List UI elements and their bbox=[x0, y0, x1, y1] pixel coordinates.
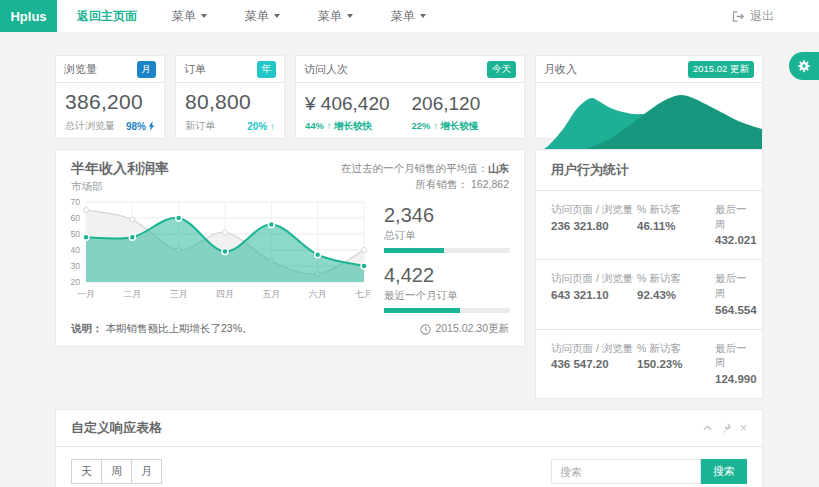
collapse-button[interactable] bbox=[703, 425, 712, 431]
card-value: 386,200 bbox=[65, 90, 155, 114]
arrow-up-icon: ↑ bbox=[433, 120, 438, 131]
clock-icon bbox=[420, 324, 431, 335]
nav-menu-2[interactable]: 菜单 bbox=[226, 0, 299, 32]
tab-week[interactable]: 周 bbox=[101, 459, 132, 484]
svg-text:50: 50 bbox=[71, 229, 81, 239]
behavior-row: 访问页面 / 浏览量436 547.20 % 新访客150.23% 最后一周12… bbox=[536, 330, 762, 398]
behavior-row: 访问页面 / 浏览量643 321.10 % 新访客92.43% 最后一周564… bbox=[536, 260, 762, 329]
gear-icon bbox=[797, 59, 811, 73]
progress-bar bbox=[384, 308, 510, 313]
arrow-up-icon: ↑ bbox=[270, 121, 275, 132]
brand-logo[interactable]: Hplus bbox=[0, 0, 57, 32]
card-title: 订单 bbox=[184, 62, 206, 77]
revenue-chart: 203040506070一月二月三月四月五月六月七月 bbox=[62, 196, 370, 308]
stat-card-monthly-income: 月收入 2015.02 更新 bbox=[535, 55, 763, 139]
behavior-panel: 用户行为统计 访问页面 / 浏览量236 321.80 % 新访客46.11% … bbox=[535, 149, 763, 399]
svg-text:二月: 二月 bbox=[123, 289, 141, 299]
card-footer-label: 新订单 bbox=[185, 119, 215, 133]
period-badge: 今天 bbox=[487, 61, 516, 78]
stat-card-orders: 订单 年 80,800 新订单 20% ↑ bbox=[175, 55, 285, 139]
stat-cards-row: 浏览量 月 386,200 总计浏览量 98% 订单 bbox=[55, 55, 763, 139]
progress-bar bbox=[384, 248, 510, 253]
recent-orders-value: 4,422 bbox=[384, 264, 510, 287]
total-orders-label: 总订单 bbox=[384, 229, 510, 243]
nav-menu-4[interactable]: 菜单 bbox=[372, 0, 445, 32]
chart-updated: 2015.02.30更新 bbox=[420, 322, 509, 336]
caret-down-icon bbox=[274, 14, 280, 18]
svg-text:60: 60 bbox=[71, 213, 81, 223]
sign-out-icon bbox=[732, 11, 750, 22]
period-tabs: 天 周 月 bbox=[71, 459, 162, 484]
order-stats: 2,346 总订单 4,422 最近一个月订单 bbox=[370, 196, 512, 313]
arrow-up-icon: ↑ bbox=[327, 120, 332, 131]
caret-down-icon bbox=[201, 14, 207, 18]
wrench-icon[interactable] bbox=[721, 423, 731, 433]
card-title: 月收入 bbox=[544, 62, 577, 77]
top-navbar: Hplus 返回主页面 菜单 菜单 菜单 菜单 退出 bbox=[0, 0, 819, 32]
card-value: 206,120 bbox=[412, 93, 481, 115]
chart-note: 说明：本期销售额比上期增长了23%。 bbox=[71, 322, 253, 336]
tab-day[interactable]: 天 bbox=[71, 459, 102, 484]
svg-text:四月: 四月 bbox=[216, 289, 234, 299]
settings-button[interactable] bbox=[789, 52, 819, 80]
visits-amount-block: ¥ 406,420 44% ↑ 增长较快 bbox=[305, 93, 390, 133]
search-input[interactable] bbox=[551, 459, 701, 484]
panel-subtitle: 市场部 bbox=[71, 180, 169, 194]
stat-card-views: 浏览量 月 386,200 总计浏览量 98% bbox=[55, 55, 165, 139]
panel-title: 用户行为统计 bbox=[536, 150, 762, 191]
card-value: 80,800 bbox=[185, 90, 275, 114]
period-badge: 月 bbox=[137, 61, 157, 78]
svg-text:七月: 七月 bbox=[354, 289, 370, 299]
close-button[interactable]: × bbox=[740, 422, 747, 434]
card-footer-label: 总计浏览量 bbox=[65, 119, 115, 133]
caret-down-icon bbox=[347, 14, 353, 18]
svg-text:五月: 五月 bbox=[262, 289, 280, 299]
revenue-panel: 半年收入利润率 市场部 在过去的一个月销售的平均值：山东 所有销售： 162,8… bbox=[55, 149, 525, 347]
total-orders-value: 2,346 bbox=[384, 204, 510, 227]
nav-menu-1[interactable]: 菜单 bbox=[153, 0, 226, 32]
panel-title: 半年收入利润率 bbox=[71, 160, 169, 178]
stat-card-visits: 访问人次 今天 ¥ 406,420 44% ↑ 增长较快 206,120 bbox=[295, 55, 525, 139]
caret-down-icon bbox=[420, 14, 426, 18]
svg-text:20: 20 bbox=[71, 277, 81, 287]
logout-button[interactable]: 退出 bbox=[732, 0, 819, 32]
trend-value: 98% bbox=[126, 121, 146, 132]
svg-text:30: 30 bbox=[71, 261, 81, 271]
sales-summary: 在过去的一个月销售的平均值：山东 所有销售： 162,862 bbox=[341, 160, 509, 194]
panel-title: 自定义响应表格 bbox=[71, 419, 162, 437]
trend-value: 20% bbox=[247, 121, 267, 132]
card-title: 浏览量 bbox=[64, 62, 97, 77]
behavior-row: 访问页面 / 浏览量236 321.80 % 新访客46.11% 最后一周432… bbox=[536, 191, 762, 260]
period-badge: 年 bbox=[257, 61, 277, 78]
card-title: 访问人次 bbox=[304, 62, 348, 77]
svg-text:六月: 六月 bbox=[309, 289, 327, 299]
svg-text:70: 70 bbox=[71, 197, 81, 207]
card-value: ¥ 406,420 bbox=[305, 93, 390, 115]
responsive-table-panel: 自定义响应表格 × 天 周 月 搜索 bbox=[55, 409, 763, 487]
svg-text:一月: 一月 bbox=[77, 289, 95, 299]
update-badge: 2015.02 更新 bbox=[688, 61, 754, 78]
svg-text:40: 40 bbox=[71, 245, 81, 255]
visits-count-block: 206,120 22% ↑ 增长较慢 bbox=[412, 93, 481, 133]
nav-menu-3[interactable]: 菜单 bbox=[299, 0, 372, 32]
search-button[interactable]: 搜索 bbox=[701, 459, 747, 484]
nav-home-link[interactable]: 返回主页面 bbox=[61, 0, 153, 32]
bolt-icon bbox=[148, 121, 155, 131]
recent-orders-label: 最近一个月订单 bbox=[384, 289, 510, 303]
tab-month[interactable]: 月 bbox=[131, 459, 162, 484]
svg-text:三月: 三月 bbox=[170, 289, 188, 299]
